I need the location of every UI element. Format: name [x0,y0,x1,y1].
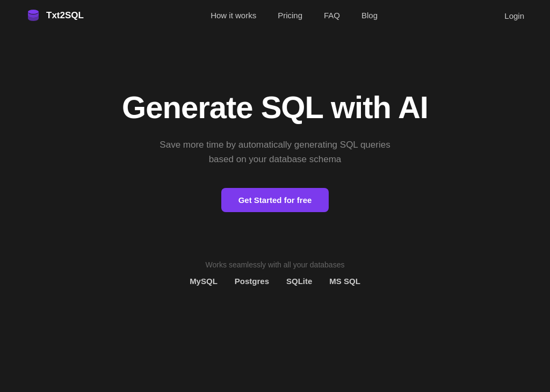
nav-link-pricing[interactable]: Pricing [278,11,302,20]
logo-icon [26,8,41,23]
svg-point-0 [28,10,39,14]
db-list: MySQL Postgres SQLite MS SQL [190,277,360,286]
db-mysql: MySQL [190,277,218,286]
hero-section: Generate SQL with AI Save more time by a… [0,31,550,286]
databases-section: Works seamlessly with all your databases… [190,260,360,286]
nav-link-blog[interactable]: Blog [361,11,378,20]
db-postgres: Postgres [235,277,269,286]
db-sqlite: SQLite [286,277,312,286]
db-tagline: Works seamlessly with all your databases [206,260,345,269]
nav-link-how-it-works[interactable]: How it works [211,11,256,20]
hero-subtitle: Save more time by automatically generati… [146,137,404,166]
navbar: Txt2SQL How it works Pricing FAQ Blog Lo… [0,0,550,31]
login-link[interactable]: Login [504,11,524,20]
cta-button[interactable]: Get Started for free [221,188,329,212]
logo-link[interactable]: Txt2SQL [26,8,84,23]
nav-link-faq[interactable]: FAQ [324,11,340,20]
logo-text: Txt2SQL [46,10,84,21]
db-mssql: MS SQL [329,277,360,286]
hero-title: Generate SQL with AI [122,90,428,125]
nav-links: How it works Pricing FAQ Blog [211,11,378,20]
